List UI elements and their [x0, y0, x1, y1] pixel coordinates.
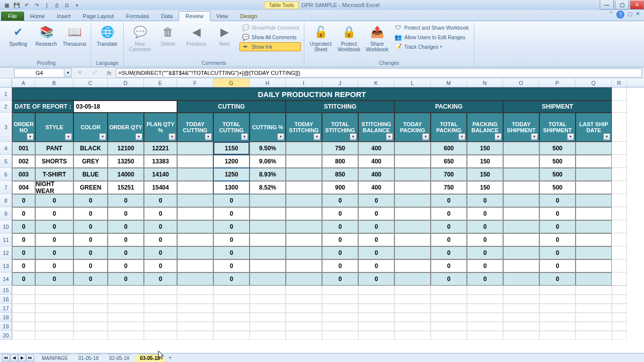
- cell[interactable]: [358, 331, 394, 340]
- data-cell[interactable]: 0: [322, 273, 358, 286]
- data-cell[interactable]: [250, 259, 286, 273]
- formula-bar[interactable]: =SUM(INDIRECT("'"&$T$4&"'!TOTALCUTTING")…: [116, 68, 642, 77]
- new-comment-button[interactable]: 💬 New Comment: [127, 23, 153, 53]
- cell[interactable]: [12, 331, 35, 340]
- tab-design[interactable]: Design: [234, 12, 263, 21]
- col-header[interactable]: ORDER QTY▼: [108, 113, 144, 142]
- cell[interactable]: [503, 313, 539, 322]
- data-cell[interactable]: [394, 142, 431, 155]
- cancel-formula-icon[interactable]: ✕: [73, 68, 85, 77]
- cell[interactable]: [612, 155, 627, 168]
- data-cell[interactable]: 0: [213, 220, 250, 233]
- data-cell[interactable]: [503, 194, 539, 207]
- row-header[interactable]: 2: [0, 101, 12, 113]
- cell[interactable]: [576, 304, 612, 313]
- column-header-R[interactable]: R: [612, 78, 627, 87]
- cell[interactable]: [612, 259, 627, 273]
- cell[interactable]: [576, 322, 612, 331]
- cell[interactable]: [612, 304, 627, 313]
- filter-dropdown[interactable]: ▼: [350, 133, 357, 140]
- data-cell[interactable]: 0: [144, 246, 177, 259]
- cell[interactable]: [177, 286, 213, 295]
- data-cell[interactable]: 0: [358, 273, 394, 286]
- column-header-O[interactable]: O: [503, 78, 539, 87]
- cell[interactable]: [177, 322, 213, 331]
- redo-icon[interactable]: ↷: [32, 1, 41, 9]
- cell[interactable]: [539, 331, 576, 340]
- data-cell[interactable]: 1150: [213, 142, 250, 155]
- cell[interactable]: [612, 101, 627, 113]
- data-cell[interactable]: [177, 207, 213, 220]
- data-cell[interactable]: 0: [144, 207, 177, 220]
- cell[interactable]: [73, 331, 108, 340]
- data-cell[interactable]: 150: [467, 142, 503, 155]
- cell[interactable]: [286, 295, 322, 304]
- data-cell[interactable]: 500: [539, 168, 576, 181]
- col-header[interactable]: LAST SHIP DATE▼: [576, 113, 612, 142]
- data-cell[interactable]: 0: [144, 259, 177, 273]
- data-cell[interactable]: 0: [73, 207, 108, 220]
- data-cell[interactable]: [503, 259, 539, 273]
- date-label[interactable]: DATE OF REPORT :: [12, 101, 73, 113]
- cell[interactable]: [177, 304, 213, 313]
- data-cell[interactable]: [394, 246, 431, 259]
- tab-data[interactable]: Data: [155, 12, 179, 21]
- data-cell[interactable]: 500: [539, 181, 576, 194]
- data-cell[interactable]: 0: [12, 207, 35, 220]
- cell[interactable]: [12, 313, 35, 322]
- data-cell[interactable]: 0: [358, 233, 394, 246]
- data-cell[interactable]: 0: [108, 233, 144, 246]
- cell[interactable]: [467, 331, 503, 340]
- cell[interactable]: [467, 322, 503, 331]
- data-cell[interactable]: 8.93%: [250, 168, 286, 181]
- cell[interactable]: [539, 295, 576, 304]
- row-header[interactable]: 7: [0, 181, 12, 194]
- column-header-L[interactable]: L: [394, 78, 431, 87]
- data-cell[interactable]: 0: [73, 233, 108, 246]
- cell[interactable]: [144, 304, 177, 313]
- cell[interactable]: [250, 331, 286, 340]
- cell[interactable]: [612, 168, 627, 181]
- data-cell[interactable]: 1250: [213, 168, 250, 181]
- row-header[interactable]: 12: [0, 246, 12, 259]
- data-cell[interactable]: 13383: [144, 155, 177, 168]
- row-header[interactable]: 9: [0, 207, 12, 220]
- data-cell[interactable]: [576, 259, 612, 273]
- cell[interactable]: [576, 295, 612, 304]
- cell[interactable]: [467, 304, 503, 313]
- cell[interactable]: [394, 304, 431, 313]
- cell[interactable]: [358, 295, 394, 304]
- show-ink-button[interactable]: ✒Show Ink: [239, 42, 301, 51]
- data-cell[interactable]: 0: [12, 220, 35, 233]
- data-cell[interactable]: 13250: [108, 155, 144, 168]
- data-cell[interactable]: 0: [144, 194, 177, 207]
- data-cell[interactable]: 0: [12, 259, 35, 273]
- data-cell[interactable]: 700: [431, 168, 467, 181]
- data-cell[interactable]: [250, 220, 286, 233]
- col-header[interactable]: PACKING BALANCE▼: [467, 113, 503, 142]
- share-workbook-button[interactable]: 📤 Share Workbook: [364, 23, 390, 53]
- data-cell[interactable]: [286, 155, 322, 168]
- row-header[interactable]: 15: [0, 286, 12, 295]
- data-cell[interactable]: 400: [358, 142, 394, 155]
- cell[interactable]: [612, 233, 627, 246]
- data-cell[interactable]: 0: [322, 207, 358, 220]
- data-cell[interactable]: 0: [108, 220, 144, 233]
- data-cell[interactable]: 0: [539, 220, 576, 233]
- data-cell[interactable]: 9.06%: [250, 155, 286, 168]
- data-cell[interactable]: 0: [431, 233, 467, 246]
- qat-dropdown-icon[interactable]: ▼: [72, 1, 82, 9]
- data-cell[interactable]: [286, 142, 322, 155]
- cell[interactable]: [73, 322, 108, 331]
- cell[interactable]: [431, 322, 467, 331]
- cell[interactable]: [12, 322, 35, 331]
- data-cell[interactable]: [177, 273, 213, 286]
- filter-dropdown[interactable]: ▼: [135, 133, 142, 140]
- cell[interactable]: [431, 313, 467, 322]
- cell[interactable]: [35, 313, 73, 322]
- data-cell[interactable]: 150: [467, 181, 503, 194]
- filter-dropdown[interactable]: ▼: [169, 133, 176, 140]
- data-cell[interactable]: 0: [322, 194, 358, 207]
- cell[interactable]: [322, 286, 358, 295]
- data-cell[interactable]: 003: [12, 168, 35, 181]
